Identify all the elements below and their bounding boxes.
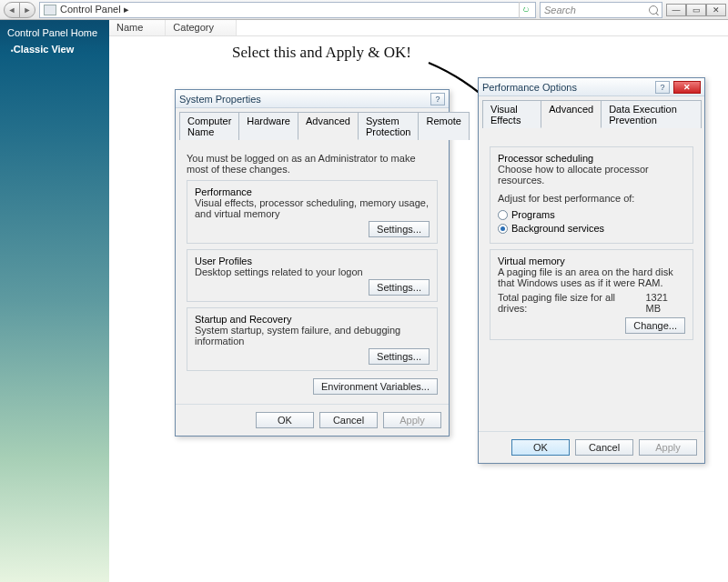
virtual-memory-legend: Virtual memory [498, 256, 565, 266]
vmem-total-value: 1321 MB [646, 292, 686, 314]
radio-background-services[interactable]: Background services [498, 223, 604, 234]
tab-visual-effects[interactable]: Visual Effects [482, 100, 541, 128]
radio-icon [498, 210, 508, 220]
vmem-total-row: Total paging file size for all drives: 1… [498, 292, 685, 314]
startup-desc: System startup, system failure, and debu… [195, 325, 430, 346]
nav-forward-button[interactable]: ► [19, 2, 35, 18]
perfopts-ok-button[interactable]: OK [511, 439, 570, 456]
column-header-bar: Name Category [109, 20, 728, 36]
dialog-title: System Properties [179, 94, 261, 105]
user-profiles-group: User Profiles Desktop settings related t… [187, 249, 438, 302]
column-name[interactable]: Name [109, 20, 166, 35]
window-close-button[interactable]: ✕ [706, 4, 726, 16]
user-profiles-legend: User Profiles [195, 256, 252, 266]
performance-desc: Visual effects, processor scheduling, me… [195, 197, 430, 219]
processor-scheduling-group: Processor scheduling Choose how to alloc… [490, 146, 693, 244]
system-properties-dialog: System Properties ? Computer Name Hardwa… [175, 89, 450, 436]
radio-icon [498, 224, 508, 234]
address-box[interactable]: Control Panel ▸ ⭮ [39, 2, 536, 18]
perfopts-cancel-button[interactable]: Cancel [575, 439, 633, 456]
startup-settings-button[interactable]: Settings... [369, 348, 430, 365]
annotation-headline: Select this and Apply & OK! [232, 44, 411, 62]
nav-sidebar: Control Panel Home Classic View [0, 20, 109, 582]
radio-background-label: Background services [511, 223, 604, 234]
performance-settings-button[interactable]: Settings... [369, 221, 430, 237]
sysprops-cancel-button[interactable]: Cancel [319, 412, 378, 428]
tab-advanced[interactable]: Advanced [541, 100, 602, 128]
search-input[interactable]: Search [540, 2, 662, 18]
refresh-icon[interactable]: ⭮ [519, 2, 531, 18]
processor-scheduling-legend: Processor scheduling [498, 153, 593, 164]
tab-hardware[interactable]: Hardware [238, 112, 298, 140]
system-properties-titlebar: System Properties ? [176, 90, 449, 108]
sysprops-button-row: OK Cancel Apply [176, 404, 449, 436]
virtual-memory-group: Virtual memory A paging file is an area … [490, 249, 693, 340]
tab-remote[interactable]: Remote [418, 112, 470, 140]
perf-options-titlebar: Performance Options ? ✕ [479, 78, 704, 96]
dialog-title: Performance Options [482, 82, 577, 93]
startup-recovery-group: Startup and Recovery System startup, sys… [187, 307, 438, 371]
tab-dep[interactable]: Data Execution Prevention [601, 100, 702, 128]
performance-group: Performance Visual effects, processor sc… [187, 180, 438, 244]
help-icon[interactable]: ? [430, 93, 445, 105]
help-icon[interactable]: ? [655, 81, 670, 94]
perfopts-tabs: Visual Effects Advanced Data Execution P… [482, 99, 701, 128]
radio-programs-label: Programs [511, 209, 555, 220]
address-bar: ◄ ► Control Panel ▸ ⭮ Search — ▭ ✕ [0, 0, 728, 20]
window-restore-button[interactable]: ▭ [686, 4, 706, 16]
perfopts-button-row: OK Cancel Apply [479, 431, 704, 463]
vmem-desc: A paging file is an area on the hard dis… [498, 266, 685, 288]
column-category[interactable]: Category [166, 20, 237, 35]
perfopts-body: Processor scheduling Choose how to alloc… [482, 134, 701, 429]
environment-variables-button[interactable]: Environment Variables... [313, 378, 438, 395]
sysprops-apply-button[interactable]: Apply [383, 412, 441, 428]
close-icon[interactable]: ✕ [673, 81, 701, 94]
breadcrumb: Control Panel ▸ [60, 4, 129, 15]
performance-options-dialog: Performance Options ? ✕ Visual Effects A… [478, 77, 705, 464]
admin-note: You must be logged on as an Administrato… [187, 153, 438, 175]
search-placeholder: Search [544, 5, 576, 15]
tab-advanced[interactable]: Advanced [298, 112, 359, 140]
sysprops-tabs: Computer Name Hardware Advanced System P… [179, 111, 445, 140]
tab-computer-name[interactable]: Computer Name [179, 112, 239, 140]
performance-legend: Performance [195, 186, 252, 197]
nav-back-button[interactable]: ◄ [4, 2, 20, 18]
control-panel-icon [44, 5, 56, 15]
sidebar-classic-view-link[interactable]: Classic View [11, 44, 106, 55]
sched-line1: Choose how to allocate processor resourc… [498, 164, 685, 186]
sched-line2: Adjust for best performance of: [498, 193, 685, 204]
tab-system-protection[interactable]: System Protection [358, 112, 420, 140]
user-profiles-settings-button[interactable]: Settings... [369, 279, 430, 296]
sysprops-ok-button[interactable]: OK [256, 412, 314, 428]
vmem-total-label: Total paging file size for all drives: [498, 292, 646, 314]
search-icon [649, 5, 658, 15]
radio-programs[interactable]: Programs [498, 209, 555, 220]
perfopts-apply-button[interactable]: Apply [639, 439, 697, 456]
window-minimize-button[interactable]: — [666, 4, 686, 16]
sysprops-body: You must be logged on as an Administrato… [179, 146, 445, 402]
sidebar-home-link[interactable]: Control Panel Home [7, 27, 106, 38]
startup-legend: Startup and Recovery [195, 314, 291, 325]
user-profiles-desc: Desktop settings related to your logon [195, 266, 430, 277]
vmem-change-button[interactable]: Change... [625, 317, 685, 334]
